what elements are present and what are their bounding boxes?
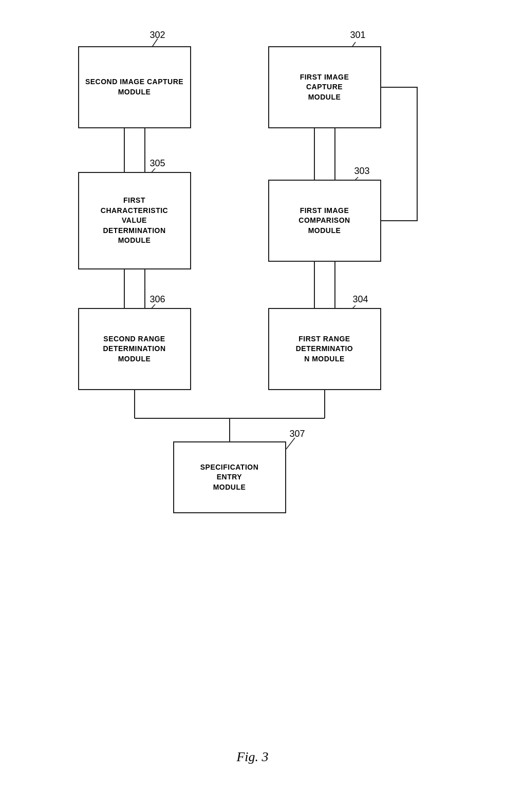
ref-304: 304	[353, 294, 368, 305]
ref-302: 302	[150, 30, 165, 41]
module-305: FIRSTCHARACTERISTICVALUEDETERMINATIONMOD…	[78, 172, 191, 269]
figure-caption: Fig. 3	[236, 749, 268, 765]
ref-303: 303	[354, 166, 370, 177]
svg-line-18	[286, 438, 295, 449]
module-304: FIRST RANGEDETERMINATION MODULE	[268, 308, 381, 390]
ref-307: 307	[290, 429, 305, 439]
module-307: SPECIFICATIONENTRYMODULE	[173, 441, 286, 513]
diagram-container: SECOND IMAGE CAPTURE MODULE FIRST IMAGEC…	[47, 21, 458, 739]
module-302: SECOND IMAGE CAPTURE MODULE	[78, 46, 191, 128]
ref-305: 305	[150, 158, 165, 169]
module-301: FIRST IMAGECAPTUREMODULE	[268, 46, 381, 128]
module-306: SECOND RANGEDETERMINATIONMODULE	[78, 308, 191, 390]
module-303: FIRST IMAGECOMPARISONMODULE	[268, 180, 381, 262]
ref-306: 306	[150, 294, 165, 305]
ref-301: 301	[350, 30, 366, 41]
